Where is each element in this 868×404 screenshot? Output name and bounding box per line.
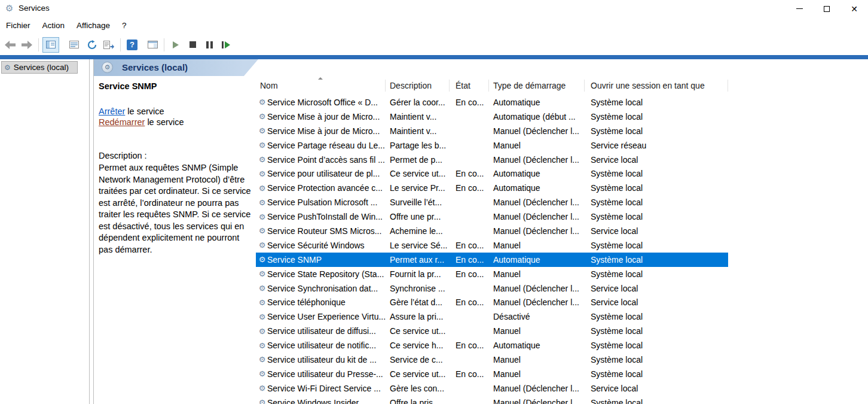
service-row[interactable]: ⚙ Service utilisateur du Presse-... Ce s… <box>256 367 728 381</box>
service-description: Permet de p... <box>386 155 450 165</box>
service-row[interactable]: ⚙ Service Pulsation Microsoft ... Survei… <box>256 195 728 209</box>
start-service-button[interactable] <box>168 37 184 52</box>
service-startup-type: Manuel (Déclencher l... <box>489 284 585 293</box>
service-row[interactable]: ⚙ Service Point d’accès sans fil ... Per… <box>256 153 728 167</box>
service-state: En co... <box>450 169 489 178</box>
service-startup-type: Manuel <box>489 269 585 279</box>
restart-service-link[interactable]: Redémarrer <box>99 117 145 127</box>
service-row[interactable]: ⚙ Service utilisateur de notific... Ce s… <box>256 338 728 353</box>
service-row[interactable]: ⚙ Service Sécurité Windows Le service Sé… <box>256 238 728 253</box>
service-gear-icon: ⚙ <box>257 370 267 378</box>
close-button[interactable]: ✕ <box>841 0 868 17</box>
service-logon: Système local <box>585 183 728 193</box>
service-description: Surveille l’ét... <box>386 198 450 207</box>
tree-item-services-local[interactable]: ⚙ Services (local) <box>1 61 78 74</box>
service-startup-type: Automatique <box>489 341 585 350</box>
show-properties-button[interactable] <box>66 37 82 52</box>
restart-service-button[interactable] <box>218 37 234 52</box>
service-description: Fournit la pr... <box>386 269 450 279</box>
pause-service-button[interactable] <box>201 37 217 52</box>
service-startup-type: Manuel (Déclencher l... <box>489 398 585 404</box>
menu-action[interactable]: Action <box>36 19 71 33</box>
service-row[interactable]: ⚙ Service Mise à jour de Micro... Mainti… <box>256 124 728 138</box>
service-logon: Système local <box>585 269 728 279</box>
service-row[interactable]: ⚙ Service User Experience Virtu... Assur… <box>256 309 728 324</box>
service-description: Gère l’état d... <box>386 297 450 307</box>
menu-affichage[interactable]: Affichage <box>71 19 116 33</box>
service-row[interactable]: ⚙ Service Partage réseau du Le... Partag… <box>256 138 728 153</box>
show-console-tree-button[interactable] <box>42 37 59 53</box>
service-logon: Service réseau <box>585 141 728 150</box>
description-label: Description : <box>99 151 147 160</box>
column-header-ouvrir-session[interactable]: Ouvrir une session en tant que <box>585 76 728 95</box>
service-startup-type: Manuel (Déclencher l... <box>489 297 585 307</box>
show-action-pane-button[interactable] <box>145 37 160 52</box>
start-service-icon <box>172 41 179 49</box>
back-button[interactable] <box>2 37 18 52</box>
column-header-etat[interactable]: État <box>450 76 489 95</box>
service-startup-type: Automatique <box>489 183 585 193</box>
service-row[interactable]: ⚙ Service Windows Insider Offre la pris.… <box>256 396 728 404</box>
service-startup-type: Automatique <box>489 255 585 265</box>
column-header-description[interactable]: Description <box>386 76 450 95</box>
service-name: Service Sécurité Windows <box>267 241 365 250</box>
forward-button[interactable] <box>19 37 35 52</box>
service-logon: Système local <box>585 255 728 265</box>
service-row[interactable]: ⚙ Service Microsoft Office « D... Gérer … <box>256 95 728 110</box>
service-row[interactable]: ⚙ Service utilisateur du kit de ... Serv… <box>256 353 728 367</box>
service-row[interactable]: ⚙ Service State Repository (Sta... Fourn… <box>256 267 728 281</box>
service-row[interactable]: ⚙ Service pour utilisateur de pl... Ce s… <box>256 166 728 181</box>
taskpad-header-diagonal <box>244 59 258 76</box>
service-row[interactable]: ⚙ Service Synchronisation dat... Synchro… <box>256 281 728 296</box>
service-row[interactable]: ⚙ Service Protection avancée c... Le ser… <box>256 181 728 195</box>
service-row[interactable]: ⚙ Service Routeur SMS Micros... Achemine… <box>256 224 728 238</box>
stop-service-button[interactable] <box>185 37 200 52</box>
service-row[interactable]: ⚙ Service Wi-Fi Direct Service ... Gère … <box>256 381 728 396</box>
service-startup-type: Manuel (Déclencher l... <box>489 155 585 165</box>
menu-aide[interactable]: ? <box>116 19 133 33</box>
service-name: Service Protection avancée c... <box>267 183 383 193</box>
service-startup-type: Manuel <box>489 141 585 150</box>
service-row[interactable]: ⚙ Service utilisateur de diffusi... Ce s… <box>256 324 728 338</box>
service-gear-icon: ⚙ <box>257 141 267 149</box>
service-name: Service Windows Insider <box>267 398 359 404</box>
help-button[interactable]: ? <box>124 37 140 52</box>
service-row[interactable]: ⚙ Service PushToInstall de Win... Offre … <box>256 209 728 224</box>
stop-service-line: Arrêter le service <box>99 107 164 116</box>
service-name: Service Mise à jour de Micro... <box>267 126 380 136</box>
service-row[interactable]: ⚙ Service téléphonique Gère l’état d... … <box>256 295 728 309</box>
service-state: En co... <box>450 369 489 379</box>
maximize-button[interactable] <box>813 0 841 17</box>
service-logon: Système local <box>585 341 728 350</box>
refresh-button[interactable] <box>84 37 100 52</box>
service-description: Ce service ut... <box>386 169 450 178</box>
list-header: Nom Description État Type de démarrage O… <box>256 76 728 95</box>
window-title: Services <box>19 4 50 13</box>
stop-service-link[interactable]: Arrêter <box>99 107 125 116</box>
service-state: En co... <box>450 341 489 350</box>
service-logon: Système local <box>585 241 728 250</box>
service-gear-icon: ⚙ <box>257 399 267 404</box>
service-row[interactable]: ⚙ Service SNMP Permet aux r... En co... … <box>256 253 728 267</box>
menu-fichier[interactable]: Fichier <box>0 19 36 33</box>
service-row[interactable]: ⚙ Service Mise à jour de Micro... Mainti… <box>256 110 728 124</box>
services-header-icon: ⚙ <box>102 62 113 73</box>
service-gear-icon: ⚙ <box>257 184 267 192</box>
service-logon: Système local <box>585 169 728 178</box>
service-logon: Système local <box>585 355 728 364</box>
export-list-button[interactable] <box>101 37 117 52</box>
properties-icon <box>69 41 79 48</box>
column-header-type-demarrage[interactable]: Type de démarrage <box>489 76 585 95</box>
toolbar: ? <box>0 35 868 54</box>
service-gear-icon: ⚙ <box>257 356 267 363</box>
service-name: Service PushToInstall de Win... <box>267 212 383 221</box>
minimize-button[interactable] <box>786 0 813 17</box>
service-state: En co... <box>450 269 489 279</box>
services-node-icon: ⚙ <box>4 64 11 71</box>
service-gear-icon: ⚙ <box>257 327 267 335</box>
service-description: Partage les b... <box>386 141 450 150</box>
service-gear-icon: ⚙ <box>257 199 267 206</box>
selected-service-name: Service SNMP <box>99 81 157 91</box>
export-list-icon <box>103 41 114 49</box>
services-app-icon: ⚙ <box>5 3 13 14</box>
